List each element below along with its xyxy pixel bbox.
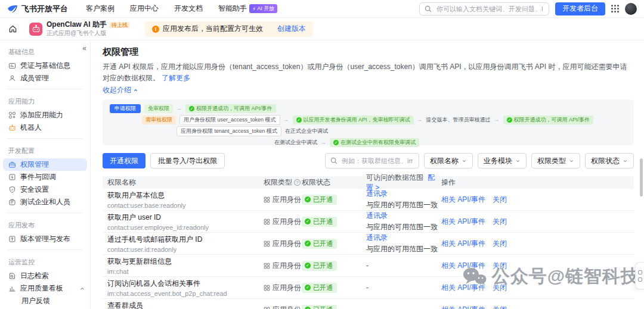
batch-import-export-button[interactable]: 批量导入/导出权限: [150, 153, 225, 168]
permission-name: 获取用户基本信息: [107, 191, 264, 201]
app-status-badge: 待上线: [110, 22, 129, 28]
permission-code: im:chat.access_event.bot_p2p_chat:read: [107, 290, 264, 297]
scope-link[interactable]: 通讯录: [366, 233, 388, 242]
permission-type: 应用身份: [273, 261, 301, 271]
chevron-down-icon: [515, 158, 521, 164]
related-api-link[interactable]: 相关 API/事件: [441, 195, 485, 205]
app-identity-icon: [264, 241, 270, 247]
status-badge: ✓已开通: [302, 283, 337, 293]
free-review-tag: 免审权限: [144, 104, 173, 113]
apps-grid-icon[interactable]: [611, 5, 619, 13]
status-badge: ✓已开通: [302, 217, 337, 227]
sidebar: « 基础信息 凭证与基础信息 成员管理 应用能力 添加应用能力 机器人 开发配置…: [0, 40, 91, 309]
developer-console-button[interactable]: 开发者后台: [555, 2, 605, 15]
filter-permission-status[interactable]: 权限状态: [585, 153, 634, 168]
header-permission-type: 权限类型 ?: [264, 177, 302, 188]
app-identity-icon: [264, 307, 270, 309]
sidebar-item-add-capability[interactable]: 添加应用能力: [0, 109, 90, 121]
sidebar-collapse-icon[interactable]: «: [82, 44, 86, 52]
header-actions: 操作: [441, 177, 629, 188]
app-avatar: [29, 23, 42, 36]
check-icon: ✓: [305, 307, 311, 309]
help-circle-icon[interactable]: ?: [294, 179, 301, 186]
permission-search[interactable]: [325, 153, 419, 168]
scope-link[interactable]: 通讯录: [366, 211, 388, 220]
menu-app-center[interactable]: 应用中心: [130, 4, 159, 14]
sidebar-item-members[interactable]: 成员管理: [0, 72, 90, 85]
check-icon: ✓: [305, 219, 311, 224]
chevron-down-icon: [462, 158, 467, 164]
close-permission-link[interactable]: 关闭: [493, 305, 507, 309]
menu-customer-cases[interactable]: 客户案例: [86, 4, 114, 14]
sidebar-divider: [7, 138, 83, 139]
close-permission-link[interactable]: 关闭: [493, 239, 507, 249]
top-nav: 飞书开放平台 客户案例 应用中心 开发文档 智能助手 ⚡AI 开放 开发者后台: [0, 0, 644, 18]
top-nav-right: 开发者后台: [419, 2, 637, 15]
table-row: 获取用户 user ID contact:user.employee_id:re…: [103, 211, 634, 233]
brand[interactable]: 飞书开放平台: [7, 4, 68, 14]
permission-intro-diagram: 申请权限 免审权限 权限开通成功，可调用 API/事件 需审核权限 用户身份权限…: [103, 99, 634, 145]
page-description: 开通 API 权限后，应用才能以应用身份（tenant_access_token…: [103, 61, 634, 83]
avatar[interactable]: [625, 3, 637, 15]
app-identity-icon: [264, 196, 270, 203]
related-api-link[interactable]: 相关 API/事件: [441, 239, 485, 249]
permission-code: im:chat: [107, 268, 264, 275]
related-api-link[interactable]: 相关 API/事件: [441, 283, 485, 293]
user-identity-box: 用户身份权限 user_access_token 模式: [179, 115, 280, 125]
sidebar-item-events[interactable]: 事件与回调: [0, 171, 90, 183]
table-row: 订阅访问机器人会话相关事件 im:chat.access_event.bot_p…: [103, 277, 634, 299]
permission-type: 应用身份: [273, 283, 301, 293]
sidebar-item-permissions[interactable]: 权限管理: [3, 158, 87, 171]
home-icon[interactable]: [8, 24, 17, 33]
sidebar-section-capability: 应用能力: [0, 93, 90, 109]
permission-search-input[interactable]: [340, 157, 414, 165]
sidebar-item-security[interactable]: 安全设置: [0, 183, 90, 196]
related-api-link[interactable]: 相关 API/事件: [441, 217, 485, 227]
robot-icon: [8, 124, 16, 132]
permission-name: 通过手机号或邮箱获取用户 ID: [107, 235, 264, 245]
flow-arrow-icon: [321, 139, 326, 145]
close-permission-link[interactable]: 关闭: [493, 261, 507, 271]
permission-code: contact:user.employee_id:readonly: [107, 224, 264, 231]
sidebar-section-basic: 基础信息: [0, 44, 90, 60]
check-icon: ✓: [305, 285, 311, 291]
global-search-input[interactable]: [435, 5, 544, 13]
feishu-logo-icon: [7, 5, 18, 13]
filter-business-module[interactable]: 业务模块: [478, 153, 527, 168]
sidebar-item-credentials[interactable]: 凭证与基础信息: [0, 60, 90, 72]
global-search[interactable]: [419, 2, 549, 15]
sidebar-item-log-search[interactable]: 日志检索: [0, 270, 90, 282]
check-icon: ✓: [305, 263, 311, 269]
collapse-intro-link[interactable]: 收起介绍: [103, 85, 138, 95]
permission-code: contact:user.id:readonly: [107, 246, 264, 253]
chevron-up-icon[interactable]: [79, 286, 85, 292]
scope-link[interactable]: 通讯录: [366, 189, 388, 198]
sidebar-item-version-release[interactable]: 版本管理与发布: [0, 233, 90, 245]
close-permission-link[interactable]: 关闭: [493, 283, 507, 293]
flow-arrow-icon: [284, 117, 289, 123]
filter-permission-name[interactable]: 权限名称: [424, 153, 473, 168]
open-permission-button[interactable]: 开通权限: [103, 153, 145, 168]
person-icon: [8, 74, 16, 82]
learn-more-link[interactable]: 了解更多: [162, 74, 190, 82]
tenant-identity-box: 应用身份权限 tenant_access_token 模式: [177, 126, 281, 136]
sidebar-divider: [7, 249, 83, 250]
related-api-link[interactable]: 相关 API/事件: [441, 305, 485, 309]
create-version-link[interactable]: 创建版本: [277, 24, 306, 34]
floating-helper-widget[interactable]: [635, 262, 644, 289]
menu-ai-assistant[interactable]: 智能助手: [218, 4, 247, 14]
menu-dev-docs[interactable]: 开发文档: [174, 4, 203, 14]
close-permission-link[interactable]: 关闭: [493, 217, 507, 227]
filter-permission-type[interactable]: 权限类型: [531, 153, 580, 168]
table-row: 查看群成员 im:chat.members:read 应用身份 ✓已开通 - 相…: [103, 299, 634, 309]
sidebar-item-bot[interactable]: 机器人: [0, 121, 90, 134]
test-free-box: 在测试企业中所有权限免审调试: [330, 138, 419, 147]
sidebar-item-test-company[interactable]: 测试企业和人员: [0, 196, 90, 208]
sidebar-item-user-feedback[interactable]: 用户反馈: [0, 295, 90, 307]
related-api-link[interactable]: 相关 API/事件: [441, 261, 485, 271]
scrollbar-thumb[interactable]: [640, 158, 643, 196]
app-name: OpenClaw AI 助手: [47, 21, 107, 29]
table-row: 获取用户基本信息 contact:user.base:readonly 应用身份…: [103, 189, 634, 211]
close-permission-link[interactable]: 关闭: [493, 195, 507, 205]
sidebar-item-quality-dashboard[interactable]: 应用质量看板: [0, 282, 90, 295]
